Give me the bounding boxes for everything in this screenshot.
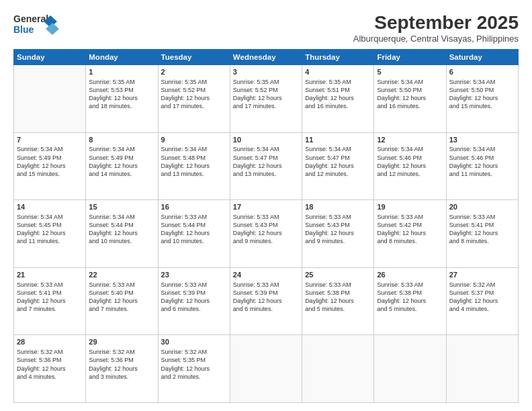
table-row: 19Sunrise: 5:33 AMSunset: 5:42 PMDayligh…	[374, 200, 446, 268]
cell-text: and 8 minutes.	[377, 237, 443, 245]
cell-text: Daylight: 12 hours	[17, 162, 83, 170]
cell-text: Daylight: 12 hours	[305, 297, 371, 305]
cell-text: Daylight: 12 hours	[305, 229, 371, 237]
header-thursday: Thursday	[302, 50, 374, 65]
header-wednesday: Wednesday	[230, 50, 302, 65]
cell-text: and 11 minutes.	[17, 237, 83, 245]
cell-text: Sunset: 5:43 PM	[305, 221, 371, 229]
table-row: 2Sunrise: 5:35 AMSunset: 5:52 PMDaylight…	[158, 65, 230, 133]
title-block: September 2025 Alburquerque, Central Vis…	[353, 12, 519, 44]
cell-text: Daylight: 12 hours	[161, 94, 227, 102]
cell-text: Sunset: 5:50 PM	[449, 86, 515, 94]
cell-text: Sunset: 5:35 PM	[161, 356, 227, 364]
cell-text: and 14 minutes.	[89, 170, 154, 178]
cell-text: Sunrise: 5:33 AM	[377, 213, 443, 221]
day-number: 16	[161, 202, 227, 212]
table-row: 24Sunrise: 5:33 AMSunset: 5:39 PMDayligh…	[230, 267, 302, 335]
cell-text: Sunset: 5:47 PM	[233, 154, 299, 162]
table-row: 8Sunrise: 5:34 AMSunset: 5:49 PMDaylight…	[86, 132, 158, 200]
cell-text: Sunset: 5:40 PM	[89, 289, 154, 297]
day-number: 20	[449, 202, 515, 212]
table-row: 28Sunrise: 5:32 AMSunset: 5:36 PMDayligh…	[14, 335, 86, 403]
cell-text: and 11 minutes.	[449, 170, 515, 178]
cell-text: and 8 minutes.	[449, 237, 515, 245]
day-number: 4	[305, 67, 371, 77]
cell-text: Sunrise: 5:33 AM	[161, 213, 227, 221]
cell-text: Sunset: 5:44 PM	[161, 221, 227, 229]
cell-text: Sunrise: 5:35 AM	[89, 78, 154, 86]
calendar-week-row: 21Sunrise: 5:33 AMSunset: 5:41 PMDayligh…	[14, 267, 519, 335]
cell-text: and 18 minutes.	[89, 102, 154, 110]
cell-text: Sunset: 5:44 PM	[89, 221, 154, 229]
cell-text: Sunrise: 5:32 AM	[17, 348, 83, 356]
day-number: 5	[377, 67, 443, 77]
cell-text: Sunrise: 5:33 AM	[305, 281, 371, 289]
page-header: General Blue September 2025 Alburquerque…	[13, 12, 519, 44]
cell-text: Daylight: 12 hours	[161, 297, 227, 305]
header-sunday: Sunday	[14, 50, 86, 65]
cell-text: Daylight: 12 hours	[377, 229, 443, 237]
cell-text: and 13 minutes.	[233, 170, 299, 178]
cell-text: Daylight: 12 hours	[161, 162, 227, 170]
cell-text: Sunset: 5:48 PM	[161, 154, 227, 162]
cell-text: Sunset: 5:39 PM	[161, 289, 227, 297]
cell-text: Sunrise: 5:33 AM	[305, 213, 371, 221]
cell-text: Sunset: 5:37 PM	[449, 289, 515, 297]
table-row: 27Sunrise: 5:32 AMSunset: 5:37 PMDayligh…	[446, 267, 518, 335]
cell-text: and 9 minutes.	[233, 237, 299, 245]
cell-text: Daylight: 12 hours	[377, 94, 443, 102]
cell-text: Sunrise: 5:33 AM	[233, 213, 299, 221]
cell-text: Sunrise: 5:34 AM	[377, 145, 443, 153]
day-number: 18	[305, 202, 371, 212]
day-number: 11	[305, 135, 371, 145]
calendar-header-row: Sunday Monday Tuesday Wednesday Thursday…	[14, 50, 519, 65]
cell-text: Sunset: 5:36 PM	[89, 356, 154, 364]
cell-text: Sunrise: 5:34 AM	[449, 78, 515, 86]
cell-text: Daylight: 12 hours	[305, 162, 371, 170]
cell-text: Daylight: 12 hours	[377, 297, 443, 305]
table-row: 22Sunrise: 5:33 AMSunset: 5:40 PMDayligh…	[86, 267, 158, 335]
day-number: 10	[233, 135, 299, 145]
day-number: 12	[377, 135, 443, 145]
cell-text: Sunrise: 5:34 AM	[305, 145, 371, 153]
cell-text: and 12 minutes.	[305, 170, 371, 178]
day-number: 9	[161, 135, 227, 145]
table-row	[302, 335, 374, 403]
header-monday: Monday	[86, 50, 158, 65]
day-number: 14	[17, 202, 83, 212]
day-number: 6	[449, 67, 515, 77]
cell-text: and 15 minutes.	[17, 170, 83, 178]
cell-text: and 2 minutes.	[161, 373, 227, 381]
cell-text: Sunrise: 5:32 AM	[449, 281, 515, 289]
svg-text:Blue: Blue	[13, 24, 34, 35]
cell-text: and 5 minutes.	[377, 305, 443, 313]
cell-text: and 15 minutes.	[449, 102, 515, 110]
table-row: 16Sunrise: 5:33 AMSunset: 5:44 PMDayligh…	[158, 200, 230, 268]
calendar-table: Sunday Monday Tuesday Wednesday Thursday…	[13, 49, 519, 403]
table-row: 20Sunrise: 5:33 AMSunset: 5:41 PMDayligh…	[446, 200, 518, 268]
cell-text: Daylight: 12 hours	[449, 162, 515, 170]
cell-text: Daylight: 12 hours	[89, 365, 154, 373]
cell-text: Sunrise: 5:34 AM	[17, 213, 83, 221]
cell-text: and 9 minutes.	[305, 237, 371, 245]
cell-text: Sunrise: 5:33 AM	[161, 281, 227, 289]
table-row: 15Sunrise: 5:34 AMSunset: 5:44 PMDayligh…	[86, 200, 158, 268]
cell-text: Sunset: 5:38 PM	[305, 289, 371, 297]
cell-text: and 10 minutes.	[161, 237, 227, 245]
table-row: 3Sunrise: 5:35 AMSunset: 5:52 PMDaylight…	[230, 65, 302, 133]
day-number: 21	[17, 270, 83, 280]
cell-text: Daylight: 12 hours	[17, 297, 83, 305]
table-row: 21Sunrise: 5:33 AMSunset: 5:41 PMDayligh…	[14, 267, 86, 335]
table-row	[374, 335, 446, 403]
table-row: 7Sunrise: 5:34 AMSunset: 5:49 PMDaylight…	[14, 132, 86, 200]
cell-text: and 3 minutes.	[89, 373, 154, 381]
calendar-week-row: 28Sunrise: 5:32 AMSunset: 5:36 PMDayligh…	[14, 335, 519, 403]
month-year: September 2025	[353, 12, 519, 34]
day-number: 19	[377, 202, 443, 212]
table-row: 9Sunrise: 5:34 AMSunset: 5:48 PMDaylight…	[158, 132, 230, 200]
cell-text: Sunrise: 5:33 AM	[449, 213, 515, 221]
day-number: 26	[377, 270, 443, 280]
cell-text: Daylight: 12 hours	[233, 297, 299, 305]
cell-text: Daylight: 12 hours	[233, 94, 299, 102]
cell-text: Sunset: 5:41 PM	[449, 221, 515, 229]
